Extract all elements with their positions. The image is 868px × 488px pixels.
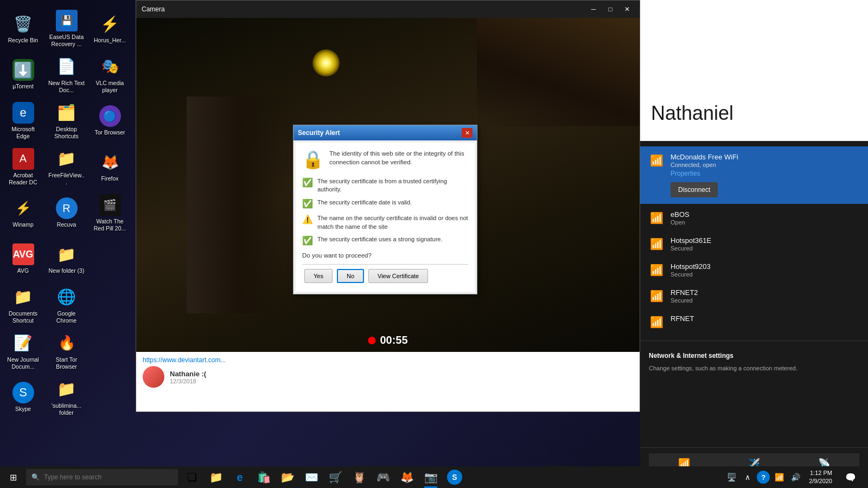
icon-google-chrome[interactable]: 🌐 Google Chrome [46,282,87,328]
icon-subliminal[interactable]: 📁 'sublimina... folder [46,374,87,420]
wifi-hotspot361e-info: Hotspot361E Secured [671,236,859,252]
dialog-view-certificate-button[interactable]: View Certificate [368,269,428,283]
check-text-3: The security certificate uses a strong s… [317,235,443,243]
taskbar: ⊞ 🔍 ❑ 📁 e 🛍️ 📂 ✉️ [0,466,868,488]
wifi-network-rfnet2[interactable]: 📶 RFNET2 Secured [640,283,868,309]
icon-recycle-bin[interactable]: 🗑️ Recycle Bin [3,5,43,52]
dialog-close-button[interactable]: ✕ [462,128,473,138]
wifi-rfnet-info: RFNET [671,314,859,323]
icon-avg[interactable]: AVG AVG [3,236,43,282]
icon-watch-red-pill[interactable]: 🎬 Watch The Red Pill 20... [90,190,130,236]
freefileview-label: FreeFileView... [48,172,85,185]
store-icon: 🛍️ [257,471,271,484]
wifi-properties-link[interactable]: Properties [671,170,700,177]
acrobat-label: Acrobat Reader DC [5,172,41,185]
dialog-yes-button[interactable]: Yes [304,269,333,283]
wifi-connected-network[interactable]: 📶 McDonalds Free WiFi Connected, open Pr… [640,146,868,204]
icon-freefileview[interactable]: 📁 FreeFileView... [46,144,87,190]
recuva-label: Recuva [57,221,76,228]
taskbar-camera-icon: 📷 [424,471,438,484]
icon-skype[interactable]: S Skype [3,374,43,420]
check-item-1: ✅ The security certificate date is valid… [302,198,468,210]
taskbar-volume-icon[interactable]: 🔊 [788,466,802,488]
chat-avatar [143,366,164,388]
wifi-disconnect-button[interactable]: Disconnect [671,182,718,197]
wifi-hotspot9203-info: Hotspot9203 Secured [671,262,859,278]
vlc-icon: 🎭 [99,56,121,78]
icon-winamp[interactable]: ⚡ Winamp [3,190,43,236]
camera-maximize-button[interactable]: □ [603,4,617,15]
new-folder-icon: 📁 [56,243,78,265]
icon-edge[interactable]: e Microsoft Edge [3,98,43,144]
taskbar-camera[interactable]: 📷 [419,466,443,488]
icon-new-folder[interactable]: 📁 New folder (3) [46,236,87,282]
dialog-question: Do you want to proceed? [302,252,468,259]
horus-icon: ⚡ [99,13,121,35]
icon-recuva[interactable]: R Recuva [46,190,87,236]
taskbar-notification-button[interactable]: 🗨️ [839,466,863,488]
edge-label: Microsoft Edge [5,126,41,139]
icon-tor-browser[interactable]: 🔵 Tor Browser [90,98,130,144]
wifi-connected-name: McDonalds Free WiFi [671,153,859,161]
wifi-network-hotspot9203[interactable]: 📶 Hotspot9203 Secured [640,257,868,283]
taskbar-origin[interactable]: 🎮 [371,466,395,488]
icon-start-tor[interactable]: 🔥 Start Tor Browser [46,328,87,374]
icon-desktop-shortcuts[interactable]: 🗂️ Desktop Shortcuts [46,98,87,144]
taskbar-task-view[interactable]: ❑ [180,466,204,488]
taskbar-store[interactable]: 🛍️ [252,466,276,488]
check-item-3: ✅ The security certificate uses a strong… [302,235,468,247]
icon-acrobat[interactable]: A Acrobat Reader DC [3,144,43,190]
new-rich-text-icon: 📄 [56,56,78,78]
taskbar-clock[interactable]: 1:12 PM 2/9/2020 [805,469,837,486]
dialog-no-button[interactable]: No [337,269,364,283]
taskbar-edge[interactable]: e [228,466,252,488]
taskbar-tripadvisor[interactable]: 🦉 [347,466,371,488]
wifi-hotspot361e-name: Hotspot361E [671,236,859,245]
wifi-network-ebos[interactable]: 📶 eBOS Open [640,205,868,231]
camera-close-button[interactable]: ✕ [620,4,634,15]
wifi-network-rfnet[interactable]: 📶 RFNET [640,309,868,335]
icon-documents-shortcut[interactable]: 📁 Documents Shortcut [3,282,43,328]
taskbar-help-icon[interactable]: ? [757,471,770,484]
taskbar-firefox-icon: 🦊 [400,471,414,484]
icon-easeus[interactable]: 💾 EaseUS Data Recovery ... [46,5,87,52]
network-settings-label[interactable]: Network & Internet settings [640,346,868,365]
icon-utorrent[interactable]: ⬇️ µTorrent [3,52,43,98]
easeus-label: EaseUS Data Recovery ... [48,34,85,47]
taskbar-skype[interactable]: S [443,466,467,488]
taskbar-firefox[interactable]: 🦊 [395,466,419,488]
taskbar-explorer[interactable]: 📁 [204,466,228,488]
start-tor-label: Start Tor Browser [48,356,85,370]
taskbar-show-more[interactable]: ∧ [741,466,755,488]
icon-firefox[interactable]: 🦊 Firefox [90,144,130,190]
mail-icon: ✉️ [305,471,318,484]
origin-icon: 🎮 [376,471,390,484]
taskbar-search-bar[interactable]: 🔍 [26,469,178,485]
documents-shortcut-label: Documents Shortcut [5,310,41,324]
utorrent-icon: ⬇️ [12,59,34,81]
wifi-network-hotspot361e[interactable]: 📶 Hotspot361E Secured [640,231,868,257]
explorer-icon: 📁 [209,471,223,484]
icon-vlc[interactable]: 🎭 VLC media player [90,52,130,98]
dialog-body: 🔒 The identity of this web site or the i… [296,143,475,292]
wifi-scroll-area[interactable]: 📶 McDonalds Free WiFi Connected, open Pr… [640,141,868,447]
start-button[interactable]: ⊞ [0,466,26,488]
search-input[interactable] [44,473,173,481]
taskbar-file-explorer[interactable]: 📂 [276,466,299,488]
icon-new-journal[interactable]: 📝 New Journal Docum... [3,328,43,374]
wifi-hotspot9203-icon: 📶 [649,262,664,278]
taskbar-amazon[interactable]: 🛒 [323,466,347,488]
taskbar-mail[interactable]: ✉️ [299,466,323,488]
icon-new-rich-text[interactable]: 📄 New Rich Text Doc... [46,52,87,98]
wifi-ebos-name: eBOS [671,210,859,219]
taskbar-desktop-button[interactable]: 🖥️ [724,466,738,488]
camera-minimize-button[interactable]: ─ [586,4,601,15]
taskbar-network-icon[interactable]: 📶 [772,466,786,488]
wifi-panel: Nathaniel 📶 McDonalds Free WiFi Connecte… [640,0,868,488]
icon-horus[interactable]: ⚡ Horus_Her... [90,5,130,52]
watch-red-pill-label: Watch The Red Pill 20... [92,218,128,232]
recycle-bin-label: Recycle Bin [8,37,38,44]
desktop-shortcuts-label: Desktop Shortcuts [48,126,85,139]
taskbar-right: 🖥️ ∧ ? 📶 🔊 1:12 PM 2/9/2020 🗨️ [719,466,868,488]
google-chrome-icon: 🌐 [56,286,78,308]
